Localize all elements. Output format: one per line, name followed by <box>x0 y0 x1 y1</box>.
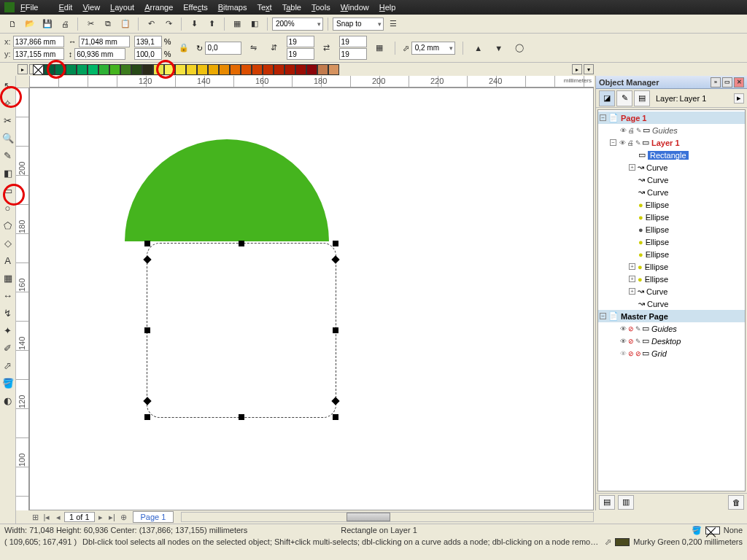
palette-expand-button[interactable]: ▾ <box>584 64 594 74</box>
convert-curves-button[interactable]: ◯ <box>511 40 527 56</box>
text-tool[interactable]: A <box>1 254 15 267</box>
color-swatch[interactable] <box>88 64 98 75</box>
new-layer-button[interactable]: ▤ <box>599 495 615 510</box>
snap-select[interactable]: Snap to <box>333 18 384 31</box>
color-swatch[interactable] <box>66 64 77 75</box>
color-swatch[interactable] <box>186 64 197 75</box>
scaley-input[interactable] <box>134 48 162 60</box>
corner-a-input[interactable] <box>287 36 314 47</box>
outline-width-select[interactable]: 0,2 mm <box>411 42 455 55</box>
menu-bitmaps[interactable]: Bitmaps <box>218 3 247 12</box>
save-button[interactable]: 💾 <box>39 16 55 32</box>
delete-button[interactable]: 🗑 <box>728 495 744 510</box>
resize-handle[interactable] <box>144 414 150 420</box>
color-swatch[interactable] <box>252 64 263 75</box>
palette-menu-button[interactable]: ▸ <box>18 64 28 74</box>
menu-edit[interactable]: Edit <box>58 3 72 12</box>
eyedropper-tool[interactable]: ✐ <box>1 341 15 354</box>
open-button[interactable]: 📂 <box>22 16 38 32</box>
docker-flyout-button[interactable]: ▸ <box>734 93 744 104</box>
fill-tool[interactable]: 🪣 <box>1 376 15 389</box>
copy-button[interactable]: ⧉ <box>100 16 116 32</box>
menu-arrange[interactable]: Arrange <box>144 3 173 12</box>
show-props-button[interactable]: ◪ <box>599 90 615 106</box>
page-tab[interactable]: Page 1 <box>133 511 174 523</box>
to-back-button[interactable]: ▼ <box>491 40 507 56</box>
color-swatch[interactable] <box>219 64 230 75</box>
undo-button[interactable]: ↶ <box>143 16 159 32</box>
x-input[interactable] <box>13 36 64 47</box>
zoom-tool[interactable]: 🔍 <box>1 131 15 144</box>
smart-fill-tool[interactable]: ◧ <box>1 166 15 179</box>
color-swatch[interactable] <box>208 64 219 75</box>
first-page-button[interactable]: |◂ <box>41 513 53 522</box>
add-page-button[interactable]: ⊕ <box>118 513 130 522</box>
green-semicircle-shape[interactable] <box>125 139 329 241</box>
color-swatch[interactable] <box>317 64 328 75</box>
color-swatch[interactable] <box>263 64 274 75</box>
fill-indicator[interactable] <box>705 526 720 534</box>
color-swatch[interactable] <box>164 64 175 75</box>
welcome-button[interactable]: ◧ <box>247 16 263 32</box>
menu-effects[interactable]: Effects <box>183 3 207 12</box>
resize-handle[interactable] <box>333 327 338 333</box>
corner-lock-button[interactable]: ⇄ <box>319 40 335 56</box>
palette-next-button[interactable]: ▸ <box>572 64 582 74</box>
mirror-h-button[interactable]: ⇋ <box>246 40 262 56</box>
scalex-input[interactable] <box>134 36 162 47</box>
print-button[interactable]: 🖨 <box>57 16 73 32</box>
height-input[interactable] <box>74 48 125 60</box>
basic-shapes-tool[interactable]: ◇ <box>1 236 15 249</box>
export-button[interactable]: ⬆ <box>204 16 220 32</box>
zoom-select[interactable]: 200% <box>272 18 323 31</box>
cut-button[interactable]: ✂ <box>82 16 98 32</box>
app-launcher-button[interactable]: ▦ <box>229 16 245 32</box>
drawing-area[interactable] <box>29 88 594 510</box>
color-swatch[interactable] <box>328 64 339 75</box>
resize-handle[interactable] <box>144 327 150 333</box>
resize-handle[interactable] <box>333 414 338 420</box>
options-button[interactable]: ☰ <box>385 16 401 32</box>
dimension-tool[interactable]: ↔ <box>1 289 15 302</box>
table-tool[interactable]: ▦ <box>1 271 15 284</box>
lock-ratio-button[interactable]: 🔒 <box>176 40 192 56</box>
width-input[interactable] <box>79 36 130 47</box>
color-swatch[interactable] <box>274 64 285 75</box>
color-swatch[interactable] <box>295 64 306 75</box>
rectangle-tool[interactable]: ▭ <box>1 184 15 197</box>
docker-close-button[interactable]: ✕ <box>734 77 744 88</box>
next-page-button[interactable]: ▸ <box>95 513 107 522</box>
y-input[interactable] <box>13 48 64 60</box>
menu-table[interactable]: Table <box>282 3 301 12</box>
color-swatch[interactable] <box>98 64 109 75</box>
redo-button[interactable]: ↷ <box>160 16 177 32</box>
color-swatch[interactable] <box>230 64 241 75</box>
color-swatch[interactable] <box>241 64 252 75</box>
freehand-tool[interactable]: ✎ <box>1 149 15 162</box>
menu-window[interactable]: Window <box>341 3 369 12</box>
menu-view[interactable]: View <box>82 3 100 12</box>
menu-layout[interactable]: Layout <box>110 3 134 12</box>
menu-tools[interactable]: Tools <box>311 3 330 12</box>
resize-handle[interactable] <box>239 414 244 420</box>
zoom-all-button[interactable]: ⊞ <box>29 513 41 522</box>
paste-button[interactable]: 📋 <box>117 16 133 32</box>
edit-across-button[interactable]: ✎ <box>616 90 632 106</box>
outline-tool[interactable]: ⬀ <box>1 359 15 372</box>
corner-radius-handle[interactable] <box>331 397 339 405</box>
corner-b-input[interactable] <box>287 48 314 60</box>
color-swatch[interactable] <box>142 64 153 75</box>
resize-handle[interactable] <box>333 241 338 246</box>
ellipse-tool[interactable]: ○ <box>1 201 15 214</box>
new-master-layer-button[interactable]: ▥ <box>618 495 634 510</box>
color-swatch[interactable] <box>44 64 55 75</box>
new-button[interactable]: 🗋 <box>4 16 20 32</box>
shape-tool[interactable]: ✧ <box>1 96 15 109</box>
corner-c-input[interactable] <box>339 36 367 47</box>
color-swatch[interactable] <box>175 64 186 75</box>
import-button[interactable]: ⬇ <box>186 16 202 32</box>
color-swatch[interactable] <box>285 64 295 75</box>
connector-tool[interactable]: ↯ <box>1 306 15 319</box>
wrap-text-button[interactable]: ▦ <box>371 40 387 56</box>
menu-file[interactable]: FFile <box>20 3 48 12</box>
